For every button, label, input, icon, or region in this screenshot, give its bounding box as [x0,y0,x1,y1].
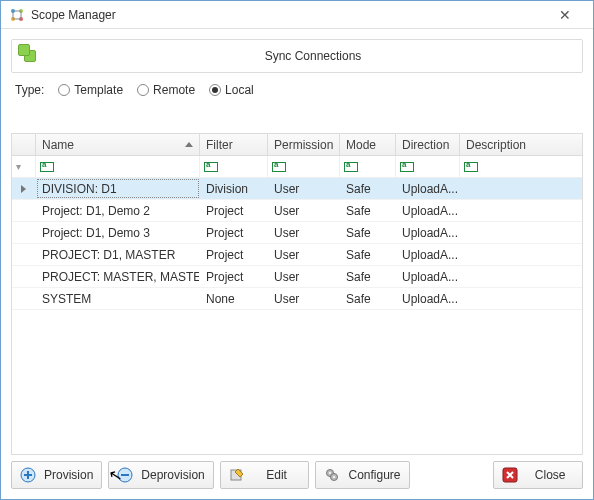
cell-mode: Safe [340,222,396,243]
configure-label: Configure [348,468,400,482]
cell-filter: Project [200,222,268,243]
provision-button[interactable]: Provision [11,461,102,489]
cell-description [460,244,582,265]
column-filter[interactable]: Filter [200,134,268,155]
funnel-icon: ▾ [16,161,21,172]
cell-filter: None [200,288,268,309]
text-filter-icon [344,162,358,172]
expand-cell [12,244,36,265]
column-direction[interactable]: Direction [396,134,460,155]
sync-connections-label: Sync Connections [50,49,576,63]
radio-icon [209,84,221,96]
cell-direction: UploadA... [396,288,460,309]
type-label: Type: [15,83,44,97]
plus-icon [20,467,36,483]
window-title: Scope Manager [31,8,545,22]
cell-mode: Safe [340,200,396,221]
column-direction-label: Direction [402,138,449,152]
table-row[interactable]: Project: D1, Demo 2ProjectUserSafeUpload… [12,200,582,222]
cell-filter: Project [200,244,268,265]
close-icon [502,467,518,483]
scope-manager-window: Scope Manager ✕ Sync Connections Type: T… [0,0,594,500]
cell-name: DIVISION: D1 [36,178,200,199]
table-row[interactable]: PROJECT: MASTER, MASTERProjectUserSafeUp… [12,266,582,288]
table-row[interactable]: Project: D1, Demo 3ProjectUserSafeUpload… [12,222,582,244]
type-remote-radio[interactable]: Remote [137,83,195,97]
column-filter-label: Filter [206,138,233,152]
table-row[interactable]: DIVISION: D1DivisionUserSafeUploadA... [12,178,582,200]
grid-filter-row: ▾ [12,156,582,178]
expand-cell [12,200,36,221]
cell-description [460,200,582,221]
deprovision-button[interactable]: Deprovision [108,461,213,489]
column-name[interactable]: Name [36,134,200,155]
cell-mode: Safe [340,288,396,309]
cell-name: Project: D1, Demo 3 [36,222,200,243]
grid-rows: DIVISION: D1DivisionUserSafeUploadA...Pr… [12,178,582,310]
filter-name[interactable] [36,156,200,177]
expand-cell [12,266,36,287]
connections-grid: Name Filter Permission Mode Direction De… [11,133,583,455]
column-description[interactable]: Description [460,134,582,155]
cell-name: Project: D1, Demo 2 [36,200,200,221]
cell-mode: Safe [340,266,396,287]
column-mode[interactable]: Mode [340,134,396,155]
filter-mode[interactable] [340,156,396,177]
client-area: Sync Connections Type: Template Remote L… [1,29,593,499]
column-expand[interactable] [12,134,36,155]
cell-name: PROJECT: MASTER, MASTER [36,266,200,287]
text-filter-icon [400,162,414,172]
svg-point-9 [329,472,331,474]
toolbar-spacer [416,461,488,489]
filter-filter[interactable] [200,156,268,177]
provision-label: Provision [44,468,93,482]
cell-description [460,178,582,199]
svg-point-10 [333,476,335,478]
type-template-label: Template [74,83,123,97]
cell-filter: Project [200,200,268,221]
cell-direction: UploadA... [396,178,460,199]
expand-cell [12,222,36,243]
cell-name: PROJECT: D1, MASTER [36,244,200,265]
sync-connections-panel[interactable]: Sync Connections [11,39,583,73]
configure-button[interactable]: Configure [315,461,409,489]
expand-cell [12,288,36,309]
cell-filter: Division [200,178,268,199]
app-icon [9,7,25,23]
cell-mode: Safe [340,244,396,265]
cell-permission: User [268,222,340,243]
chevron-right-icon [21,185,26,193]
column-name-label: Name [42,138,74,152]
cell-description [460,266,582,287]
edit-button[interactable]: Edit [220,461,310,489]
column-permission[interactable]: Permission [268,134,340,155]
text-filter-icon [272,162,286,172]
filter-description[interactable] [460,156,582,177]
cell-permission: User [268,200,340,221]
column-permission-label: Permission [274,138,333,152]
cell-direction: UploadA... [396,222,460,243]
type-template-radio[interactable]: Template [58,83,123,97]
close-button[interactable]: Close [493,461,583,489]
edit-icon [229,467,245,483]
table-row[interactable]: SYSTEMNoneUserSafeUploadA... [12,288,582,310]
window-close-button[interactable]: ✕ [545,7,585,23]
edit-label: Edit [253,468,301,482]
type-local-label: Local [225,83,254,97]
table-row[interactable]: PROJECT: D1, MASTERProjectUserSafeUpload… [12,244,582,266]
cell-description [460,222,582,243]
text-filter-icon [464,162,478,172]
filter-direction[interactable] [396,156,460,177]
cell-permission: User [268,266,340,287]
type-remote-label: Remote [153,83,195,97]
text-filter-icon [204,162,218,172]
toolbar: Provision Deprovision Edit Configure Clo… [11,461,583,489]
type-local-radio[interactable]: Local [209,83,254,97]
gear-icon [324,467,340,483]
filter-permission[interactable] [268,156,340,177]
expand-cell[interactable] [12,178,36,199]
cell-description [460,288,582,309]
filter-toggle[interactable]: ▾ [12,156,36,177]
column-description-label: Description [466,138,526,152]
deprovision-label: Deprovision [141,468,204,482]
